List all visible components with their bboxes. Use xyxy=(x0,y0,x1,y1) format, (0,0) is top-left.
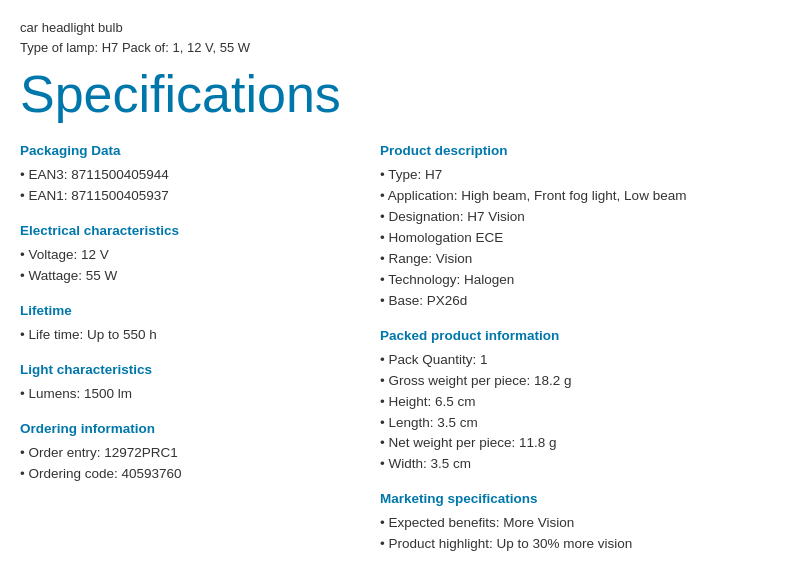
spec-columns: Packaging DataEAN3: 8711500405944EAN1: 8… xyxy=(20,141,780,569)
section-packaging: Packaging DataEAN3: 8711500405944EAN1: 8… xyxy=(20,141,360,207)
product-title: car headlight bulb xyxy=(20,18,780,38)
list-item: Expected benefits: More Vision xyxy=(380,513,780,534)
section-list-ordering: Order entry: 12972PRC1Ordering code: 405… xyxy=(20,443,360,485)
list-item: Pack Quantity: 1 xyxy=(380,350,780,371)
left-column: Packaging DataEAN3: 8711500405944EAN1: 8… xyxy=(20,141,380,569)
section-list-electrical: Voltage: 12 VWattage: 55 W xyxy=(20,245,360,287)
list-item: Life time: Up to 550 h xyxy=(20,325,360,346)
list-item: Gross weight per piece: 18.2 g xyxy=(380,371,780,392)
list-item: Homologation ECE xyxy=(380,228,780,249)
section-ordering: Ordering informationOrder entry: 12972PR… xyxy=(20,419,360,485)
section-title-lifetime: Lifetime xyxy=(20,301,360,322)
section-title-product-description: Product description xyxy=(380,141,780,162)
list-item: Base: PX26d xyxy=(380,291,780,312)
section-product-description: Product descriptionType: H7Application: … xyxy=(380,141,780,311)
section-list-packed-product: Pack Quantity: 1Gross weight per piece: … xyxy=(380,350,780,476)
section-list-lifetime: Life time: Up to 550 h xyxy=(20,325,360,346)
list-item: Height: 6.5 cm xyxy=(380,392,780,413)
section-packed-product: Packed product informationPack Quantity:… xyxy=(380,326,780,475)
list-item: Range: Vision xyxy=(380,249,780,270)
section-light: Light characteristicsLumens: 1500 lm xyxy=(20,360,360,405)
right-column: Product descriptionType: H7Application: … xyxy=(380,141,780,569)
page-heading: Specifications xyxy=(20,66,780,123)
list-item: Voltage: 12 V xyxy=(20,245,360,266)
section-lifetime: LifetimeLife time: Up to 550 h xyxy=(20,301,360,346)
list-item: Net weight per piece: 11.8 g xyxy=(380,433,780,454)
section-title-packed-product: Packed product information xyxy=(380,326,780,347)
list-item: Type: H7 xyxy=(380,165,780,186)
list-item: Width: 3.5 cm xyxy=(380,454,780,475)
list-item: EAN3: 8711500405944 xyxy=(20,165,360,186)
section-title-packaging: Packaging Data xyxy=(20,141,360,162)
list-item: Product highlight: Up to 30% more vision xyxy=(380,534,780,555)
list-item: Length: 3.5 cm xyxy=(380,413,780,434)
list-item: Application: High beam, Front fog light,… xyxy=(380,186,780,207)
list-item: Designation: H7 Vision xyxy=(380,207,780,228)
list-item: Order entry: 12972PRC1 xyxy=(20,443,360,464)
section-marketing: Marketing specificationsExpected benefit… xyxy=(380,489,780,555)
list-item: EAN1: 8711500405937 xyxy=(20,186,360,207)
section-title-marketing: Marketing specifications xyxy=(380,489,780,510)
list-item: Technology: Halogen xyxy=(380,270,780,291)
product-subtitle: Type of lamp: H7 Pack of: 1, 12 V, 55 W xyxy=(20,38,780,58)
list-item: Lumens: 1500 lm xyxy=(20,384,360,405)
section-list-marketing: Expected benefits: More VisionProduct hi… xyxy=(380,513,780,555)
section-list-light: Lumens: 1500 lm xyxy=(20,384,360,405)
list-item: Ordering code: 40593760 xyxy=(20,464,360,485)
section-list-product-description: Type: H7Application: High beam, Front fo… xyxy=(380,165,780,311)
list-item: Wattage: 55 W xyxy=(20,266,360,287)
section-title-light: Light characteristics xyxy=(20,360,360,381)
section-list-packaging: EAN3: 8711500405944EAN1: 8711500405937 xyxy=(20,165,360,207)
section-title-electrical: Electrical characteristics xyxy=(20,221,360,242)
section-title-ordering: Ordering information xyxy=(20,419,360,440)
section-electrical: Electrical characteristicsVoltage: 12 VW… xyxy=(20,221,360,287)
